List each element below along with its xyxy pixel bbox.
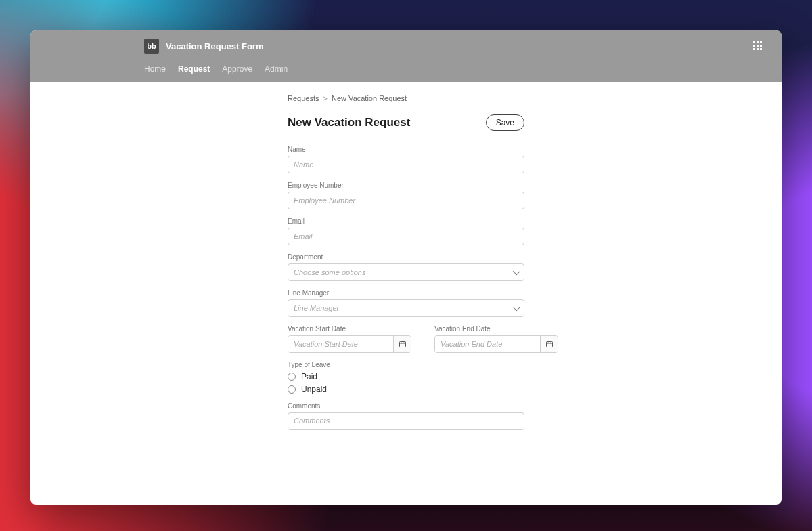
field-type-of-leave: Type of Leave Paid Unpaid: [288, 361, 524, 394]
nav-tab-approve[interactable]: Approve: [222, 64, 252, 74]
end-date-input-wrap: [434, 335, 558, 353]
desktop-background: bb Vacation Request Form Home Request Ap…: [0, 0, 812, 531]
breadcrumb-current: New Vacation Request: [332, 94, 407, 102]
name-input[interactable]: [288, 156, 524, 173]
start-date-input[interactable]: [288, 336, 393, 352]
label-department: Department: [288, 253, 524, 261]
email-input[interactable]: [288, 228, 524, 245]
apps-grid-icon[interactable]: [753, 41, 763, 51]
comments-input[interactable]: [288, 412, 524, 430]
radio-unpaid[interactable]: Unpaid: [288, 385, 524, 394]
breadcrumb-link-requests[interactable]: Requests: [288, 94, 319, 102]
label-email: Email: [288, 217, 524, 225]
chevron-down-icon: [513, 268, 520, 275]
header-top-row: bb Vacation Request Form: [30, 30, 782, 58]
label-name: Name: [288, 146, 524, 153]
field-comments: Comments: [288, 402, 524, 433]
calendar-icon: [545, 340, 554, 348]
radio-label-unpaid: Unpaid: [301, 385, 327, 394]
form-wrap: Requests > New Vacation Request New Vaca…: [288, 94, 524, 433]
breadcrumb: Requests > New Vacation Request: [288, 94, 524, 102]
field-name: Name: [288, 146, 524, 173]
content-area: Requests > New Vacation Request New Vaca…: [30, 82, 782, 433]
field-email: Email: [288, 217, 524, 245]
svg-rect-0: [399, 342, 405, 347]
label-line-manager: Line Manager: [288, 289, 524, 297]
app-header: bb Vacation Request Form Home Request Ap…: [30, 30, 782, 82]
app-title: Vacation Request Form: [166, 41, 263, 51]
employee-number-input[interactable]: [288, 192, 524, 209]
calendar-icon: [399, 340, 407, 348]
app-logo: bb: [144, 39, 159, 54]
end-date-picker-button[interactable]: [540, 336, 558, 352]
nav-tab-request[interactable]: Request: [178, 64, 210, 74]
department-placeholder: Choose some options: [294, 268, 365, 276]
svg-rect-4: [546, 342, 552, 347]
field-end-date: Vacation End Date: [434, 325, 558, 353]
chevron-down-icon: [513, 303, 520, 311]
line-manager-placeholder: Line Manager: [294, 304, 339, 312]
nav-tab-admin[interactable]: Admin: [265, 64, 288, 74]
label-start-date: Vacation Start Date: [288, 325, 411, 333]
label-comments: Comments: [288, 402, 524, 410]
department-select[interactable]: Choose some options: [288, 263, 524, 281]
radio-icon: [288, 385, 296, 394]
page-title: New Vacation Request: [288, 116, 410, 129]
app-window: bb Vacation Request Form Home Request Ap…: [30, 30, 782, 505]
nav-tabs: Home Request Approve Admin: [30, 58, 782, 82]
field-department: Department Choose some options: [288, 253, 524, 281]
field-start-date: Vacation Start Date: [288, 325, 411, 353]
label-type-of-leave: Type of Leave: [288, 361, 524, 368]
label-end-date: Vacation End Date: [434, 325, 558, 333]
save-button[interactable]: Save: [486, 114, 524, 131]
nav-tab-home[interactable]: Home: [144, 64, 166, 74]
radio-label-paid: Paid: [301, 372, 317, 381]
field-employee-number: Employee Number: [288, 182, 524, 209]
date-row: Vacation Start Date: [288, 325, 524, 353]
start-date-picker-button[interactable]: [393, 336, 411, 352]
radio-paid[interactable]: Paid: [288, 372, 524, 381]
breadcrumb-separator: >: [323, 94, 328, 102]
page-title-row: New Vacation Request Save: [288, 114, 524, 131]
start-date-input-wrap: [288, 335, 411, 353]
end-date-input[interactable]: [435, 336, 540, 352]
field-line-manager: Line Manager Line Manager: [288, 289, 524, 317]
radio-icon: [288, 373, 296, 381]
line-manager-select[interactable]: Line Manager: [288, 299, 524, 317]
label-employee-number: Employee Number: [288, 182, 524, 189]
